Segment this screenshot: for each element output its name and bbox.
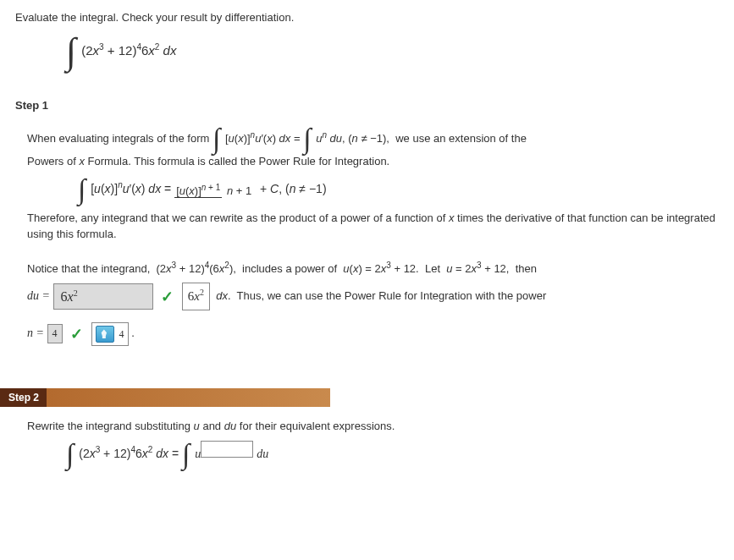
integral-sign-icon: ∫	[78, 177, 86, 203]
du-correct-answer: 6x2	[182, 283, 210, 310]
integral-sign-icon: ∫	[212, 126, 220, 152]
integral-sign-icon: ∫	[66, 442, 74, 468]
du-input[interactable]: 6x2	[53, 283, 153, 310]
step1-therefore: Therefore, any integrand that we can rew…	[27, 211, 719, 243]
problem-instruction: Evaluate the integral. Check your result…	[15, 10, 719, 26]
step1-notice: Notice that the integrand, (2x3 + 12)4(6…	[27, 260, 719, 277]
du-symbol: du	[257, 447, 268, 460]
exponent-input[interactable]	[201, 441, 253, 458]
integral-sign-icon: ∫	[66, 35, 76, 69]
n-row: n = 4 ✓ 4 .	[27, 322, 719, 346]
step2-banner: Step 2	[0, 388, 734, 407]
check-icon: ✓	[70, 323, 83, 345]
n-input[interactable]: 4	[47, 324, 63, 343]
step1-header: Step 1	[15, 98, 719, 114]
step2-rewrite: ∫ (2x3 + 12)46x2 dx = ∫ u du	[66, 442, 719, 468]
integral-sign-icon: ∫	[303, 126, 311, 152]
problem-integrand: (2x3 + 12)46x2 dx	[81, 43, 176, 58]
hint-icon[interactable]	[96, 326, 114, 343]
du-row: du = 6x2 ✓ 6x2 dx. Thus, we can use the …	[27, 283, 719, 310]
power-rule-formula: ∫ [u(x)]nu′(x) dx = [u(x)]n + 1 n + 1 + …	[78, 177, 719, 203]
n-hint-box: 4	[91, 322, 129, 346]
integral-sign-icon: ∫	[182, 442, 190, 468]
step1-line1: When evaluating integrals of the form ∫ …	[27, 126, 719, 152]
step1-line2: Powers of x Formula. This formula is cal…	[27, 154, 719, 170]
step2-instruction: Rewrite the integrand substituting u and…	[27, 419, 719, 435]
check-icon: ✓	[161, 286, 174, 308]
problem-integral: ∫ (2x3 + 12)46x2 dx	[66, 35, 719, 69]
